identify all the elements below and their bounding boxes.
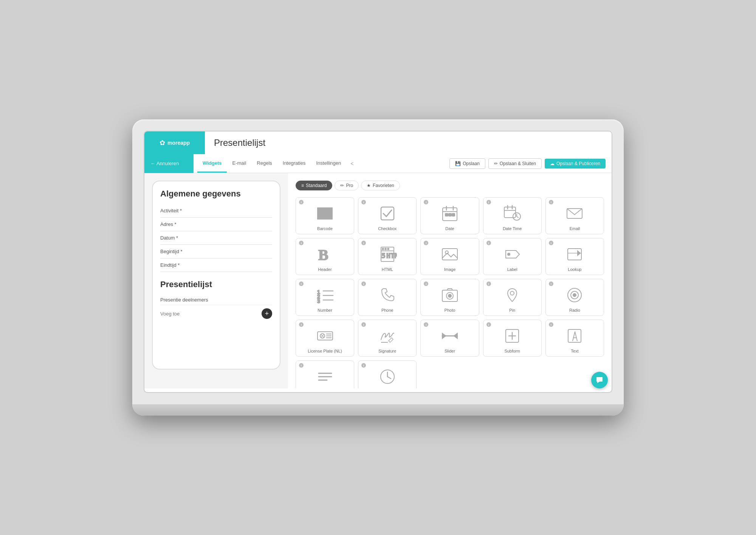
tab-regels[interactable]: Regels [251,154,277,173]
app-header: ✿ moreapp Presentielijst [144,131,612,154]
widget-label-radio: Radio [569,308,580,312]
widget-radio[interactable]: i Radio [545,279,604,316]
add-button[interactable]: + [262,308,272,319]
widget-subform[interactable]: i Subform [483,320,542,357]
widget-image[interactable]: i Image [420,238,479,275]
info-dot-barcode: i [299,200,304,204]
save-close-button[interactable]: ✏ Opslaan & Sluiten [488,158,542,169]
logo-area: ✿ moreapp [144,131,205,154]
widget-label-checkbox: Checkbox [378,226,397,231]
svg-point-33 [387,248,389,250]
chat-fab-button[interactable] [591,372,608,388]
widget-signature[interactable]: i Signature [358,320,417,357]
field-label-begintijd: Begintijd * [160,249,272,254]
widget-icon-signature [376,325,399,347]
widget-barcode[interactable]: i [296,197,354,234]
form-field-adres[interactable]: Adres * [160,218,272,231]
widget-filter-tabs: ≡ Standaard ✏ Pro ★ Favorieten [296,181,604,190]
svg-rect-34 [442,249,457,260]
info-dot-text: i [549,322,553,327]
info-dot-phone: i [361,281,366,286]
info-dot-photo: i [424,281,428,286]
widget-label-date: Date [445,226,454,231]
collapse-button[interactable]: < [346,158,358,169]
widget-checkbox[interactable]: i Checkbox [358,197,417,234]
widget-icon-lookup [563,243,586,266]
widget-icon-text [563,325,586,347]
section-divider: Presentielijst Presentie deelnemers Voeg… [160,280,272,322]
field-label-adres: Adres * [160,221,272,227]
svg-point-32 [385,248,386,250]
svg-line-74 [387,377,391,379]
svg-rect-5 [325,208,326,219]
widget-email[interactable]: i Email [545,197,604,234]
pin-svg [503,286,522,305]
widget-label-subform: Subform [504,349,520,353]
svg-line-24 [517,216,518,218]
signature-svg [378,326,397,345]
widget-phone[interactable]: i Phone [358,279,417,316]
svg-marker-38 [578,251,580,255]
form-field-datum[interactable]: Datum * [160,231,272,245]
tab-integraties[interactable]: Integraties [277,154,311,173]
form-field-activiteit[interactable]: Activiteit * [160,204,272,218]
widget-icon-time [376,365,399,388]
widget-date[interactable]: i [420,197,479,234]
phone-frame: Algemene gegevens Activiteit * Adres * D… [152,181,280,370]
sublist-item[interactable]: Presentie deelnemers [160,295,272,305]
chat-icon [596,376,603,384]
app-toolbar: ← Annuleren Widgets E-mail Regels Integr… [144,154,612,173]
time-svg [378,367,397,386]
widget-label-licenseplate: License Plate (NL) [308,349,342,353]
info-dot-subform: i [486,322,491,327]
filter-standaard[interactable]: ≡ Standaard [296,181,332,190]
widget-label-pin: Pin [509,308,515,312]
widget-text[interactable]: i Text [545,320,604,357]
email-svg [565,204,584,223]
info-dot-licenseplate: i [299,322,304,327]
info-dot-pin: i [486,281,491,286]
info-dot-html: i [361,241,366,245]
laptop-base [132,404,624,416]
widget-slider[interactable]: i Slider [420,320,479,357]
widget-label-label: Label [507,267,517,272]
svg-point-31 [382,248,384,250]
widget-number[interactable]: i 1 2 3 Num [296,279,354,316]
widget-icon-html: 5 HTML [376,243,399,266]
widget-datetime[interactable]: i [483,197,542,234]
widget-html[interactable]: i 5 HTML [358,238,417,275]
widget-label-image: Image [444,267,456,272]
tab-email[interactable]: E-mail [227,154,251,173]
save-button[interactable]: 💾 Opslaan [449,158,485,169]
field-label-eindtijd: Eindtijd * [160,262,272,268]
widget-header[interactable]: i B Header [296,238,354,275]
tab-widgets[interactable]: Widgets [197,154,227,173]
widget-licenseplate[interactable]: i [296,320,354,357]
app: ✿ moreapp Presentielijst ← Annuleren Wid… [144,131,612,388]
number-svg: 1 2 3 [316,286,335,305]
widget-icon-image [438,243,461,266]
widget-label-widget[interactable]: i Label [483,238,542,275]
svg-text:B: B [318,246,328,263]
widget-icon-email [563,202,586,225]
form-field-begintijd[interactable]: Begintijd * [160,245,272,258]
widget-pin[interactable]: i Pin [483,279,542,316]
filter-pro[interactable]: ✏ Pro [335,181,359,190]
filter-favorieten[interactable]: ★ Favorieten [361,181,400,190]
widget-label-html: HTML [382,267,393,272]
widget-textarea[interactable]: i Text Area [296,360,354,388]
info-dot-email: i [549,200,553,204]
widget-label-signature: Signature [378,349,396,353]
back-button[interactable]: ← Annuleren [144,154,194,173]
radio-svg [565,286,584,305]
widget-time[interactable]: i Time [358,360,417,388]
publish-button[interactable]: ☁ Opslaan & Publiceren [545,159,606,169]
widget-icon-photo [438,284,461,306]
widget-label-text: Text [571,349,578,353]
form-add-row: Voeg toe + [160,305,272,322]
tab-instellingen[interactable]: Instellingen [311,154,346,173]
form-field-eindtijd[interactable]: Eindtijd * [160,258,272,272]
widget-lookup[interactable]: i Lookup [545,238,604,275]
info-dot-image: i [424,241,428,245]
widget-photo[interactable]: i Photo [420,279,479,316]
